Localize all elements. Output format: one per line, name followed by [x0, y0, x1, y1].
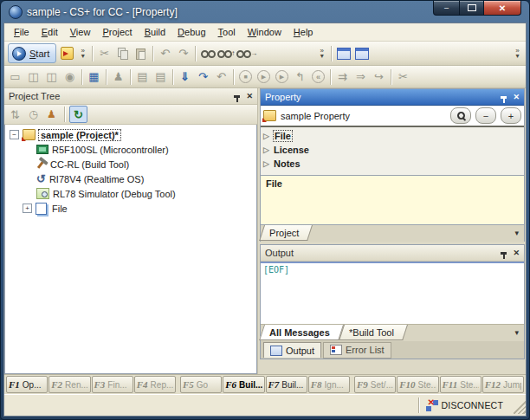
- menu-help[interactable]: Help: [288, 25, 320, 39]
- build-button[interactable]: ▤: [134, 68, 151, 86]
- watch-window-button[interactable]: [335, 45, 352, 62]
- run-button[interactable]: ▶: [255, 68, 272, 86]
- trace-panel-button[interactable]: ◉: [61, 68, 78, 86]
- user-setting-button[interactable]: ♟: [110, 68, 126, 86]
- tree-node-file[interactable]: + File: [7, 201, 256, 216]
- tab-dropdown-icon[interactable]: ▾: [514, 229, 519, 237]
- run-no-break-button[interactable]: ▶: [274, 68, 290, 86]
- fkey-f4[interactable]: F4Rep...: [134, 376, 176, 393]
- collapse-all-button[interactable]: −: [475, 107, 496, 124]
- fkey-f7[interactable]: F7Buil...: [266, 376, 307, 393]
- toolbar-overflow-2[interactable]: »▾: [317, 48, 326, 59]
- time-order-button[interactable]: ◷: [25, 107, 42, 122]
- tree-node-project[interactable]: − sample (Project)*: [7, 127, 256, 142]
- fkey-label: F2: [51, 379, 62, 390]
- close-panel-icon[interactable]: ✕: [246, 92, 253, 100]
- output-message-tabs: All Messages *Build Tool ▾: [261, 324, 524, 341]
- undo-button[interactable]: ↶: [157, 45, 173, 62]
- find-next-button[interactable]: →: [236, 45, 257, 62]
- step-in-button[interactable]: ⇉: [334, 68, 351, 86]
- fkey-f5[interactable]: F5Go: [180, 376, 222, 393]
- menu-debug[interactable]: Debug: [171, 25, 211, 39]
- tree-node-debug-tool[interactable]: RL78 Simulator (Debug Tool): [7, 186, 256, 201]
- category-file[interactable]: ▷ File: [261, 129, 524, 143]
- fkey-f3[interactable]: F3Fin...: [92, 376, 133, 393]
- watch-window-2-button[interactable]: [353, 45, 370, 62]
- paste-button[interactable]: [132, 45, 149, 62]
- close-panel-icon[interactable]: ✕: [513, 93, 520, 101]
- menu-tool[interactable]: Tool: [212, 25, 242, 39]
- fkey-f11[interactable]: F11Ste...: [440, 376, 482, 393]
- download-button[interactable]: ⇓: [177, 68, 193, 86]
- menu-project[interactable]: Project: [96, 25, 138, 39]
- step-over-button[interactable]: ⇒: [352, 68, 369, 86]
- start-button[interactable]: Start: [8, 43, 56, 63]
- stop-button[interactable]: ■: [237, 68, 254, 86]
- tree-node-realtime-os[interactable]: ↺ RI78V4 (Realtime OS): [7, 171, 256, 186]
- menu-window[interactable]: Window: [242, 25, 288, 39]
- find-button[interactable]: [199, 45, 216, 62]
- fkey-f2[interactable]: F2Ren...: [48, 376, 90, 393]
- pin-icon[interactable]: [501, 96, 507, 99]
- resize-grip[interactable]: [514, 397, 526, 414]
- tab-project[interactable]: Project: [259, 225, 313, 241]
- tab-output[interactable]: Output: [263, 342, 321, 358]
- refresh-button[interactable]: ↻: [69, 106, 87, 123]
- toolbar-overflow-3[interactable]: »▾: [513, 48, 522, 59]
- return-button[interactable]: ↰: [292, 68, 308, 86]
- collapse-icon[interactable]: −: [10, 130, 19, 139]
- copy-button[interactable]: [114, 45, 131, 62]
- close-button[interactable]: ✕: [483, 1, 521, 16]
- reset-button[interactable]: ↶: [213, 68, 229, 86]
- category-license[interactable]: ▷ License: [261, 143, 524, 157]
- expand-icon[interactable]: +: [23, 204, 32, 213]
- overflow-arrow-icon: ▾: [515, 54, 519, 59]
- maximize-button[interactable]: [460, 1, 483, 16]
- fkey-f12[interactable]: F12Jump...: [482, 376, 524, 393]
- detach-button[interactable]: ✂: [395, 68, 411, 86]
- fkey-f8[interactable]: F8Ign...: [308, 376, 350, 393]
- memory-panel-button[interactable]: ◫: [43, 68, 60, 86]
- solution-window-button[interactable]: ▦: [86, 68, 102, 86]
- restart-button[interactable]: «: [310, 68, 326, 86]
- toolbar-overflow-1[interactable]: »▾: [78, 48, 87, 59]
- exit-button[interactable]: [59, 45, 75, 62]
- tree-node-microcontroller[interactable]: R5F100SL (Microcontroller): [7, 142, 256, 157]
- output-header[interactable]: Output ✕: [261, 245, 524, 262]
- user-filter-button[interactable]: ♟: [43, 107, 60, 122]
- sort-button[interactable]: ⇅: [7, 107, 23, 122]
- redo-button[interactable]: ↷: [175, 45, 191, 62]
- property-header[interactable]: Property ✕: [261, 89, 524, 106]
- cut-button[interactable]: ✂: [96, 45, 113, 62]
- minimize-button[interactable]: –: [433, 1, 460, 16]
- step-out-button[interactable]: ↪: [371, 68, 387, 86]
- tab-all-messages[interactable]: All Messages: [259, 325, 344, 340]
- menu-edit[interactable]: Edit: [36, 25, 64, 39]
- pin-icon[interactable]: [501, 252, 507, 255]
- project-tree-header[interactable]: Project Tree ✕: [4, 88, 257, 105]
- tree-node-build-tool[interactable]: CC-RL (Build Tool): [7, 157, 256, 171]
- tab-dropdown-icon[interactable]: ▾: [514, 328, 519, 337]
- menu-file[interactable]: File: [8, 25, 36, 39]
- tab-build-tool[interactable]: *Build Tool: [339, 325, 408, 340]
- menu-view[interactable]: View: [64, 25, 97, 39]
- tab-error-list[interactable]: Error List: [323, 342, 391, 359]
- expand-all-button[interactable]: +: [501, 107, 521, 124]
- fkey-f6[interactable]: F6Buil...: [223, 376, 264, 393]
- title-bar[interactable]: sample - CS+ for CC - [Property] – ✕: [3, 1, 527, 23]
- editor-window-button[interactable]: ▭: [7, 68, 23, 86]
- output-content[interactable]: [EOF]: [261, 262, 524, 324]
- close-panel-icon[interactable]: ✕: [513, 249, 520, 257]
- fkey-f9[interactable]: F9Set/...: [354, 376, 396, 393]
- build-and-download-button[interactable]: ↷: [195, 68, 211, 86]
- fkey-f10[interactable]: F10Ste...: [397, 376, 438, 393]
- rebuild-button[interactable]: ▤: [152, 68, 169, 86]
- find-previous-button[interactable]: ↑: [217, 45, 235, 62]
- fkey-f1[interactable]: F1Op...: [6, 376, 48, 393]
- search-button[interactable]: [450, 107, 471, 124]
- overflow-arrow-icon: ▾: [81, 54, 85, 59]
- watch-panel-button[interactable]: ◫: [25, 68, 42, 86]
- menu-build[interactable]: Build: [139, 25, 171, 39]
- pin-icon[interactable]: [234, 95, 240, 98]
- category-notes[interactable]: ▷ Notes: [261, 157, 524, 171]
